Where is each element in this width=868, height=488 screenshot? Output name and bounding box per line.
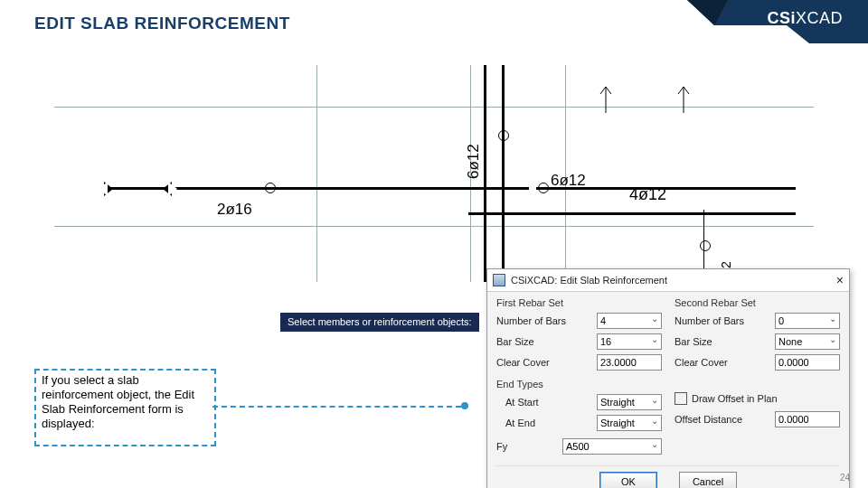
callout-connector xyxy=(212,406,461,408)
callout-box: If you select a slab reinforcement objec… xyxy=(34,369,216,446)
label-barsize-2: Bar Size xyxy=(675,336,775,347)
input-nbars-2[interactable] xyxy=(775,313,840,329)
select-barsize-1[interactable] xyxy=(597,333,662,350)
select-atend[interactable] xyxy=(597,415,662,431)
dialog-titlebar: CSiXCAD: Edit Slab Reinforcement × xyxy=(487,269,849,292)
select-atstart[interactable] xyxy=(597,394,662,410)
drawing-label-3: 6ø12 xyxy=(551,172,586,190)
drawing-label-4: 4ø12 xyxy=(629,185,666,204)
input-offset-distance[interactable] xyxy=(775,411,840,427)
drawing-label-1: 2ø16 xyxy=(217,201,252,219)
label-draw-offset: Draw Offset in Plan xyxy=(692,393,778,404)
label-clearcover-1: Clear Cover xyxy=(496,357,597,368)
label-fy: Fy xyxy=(496,441,562,452)
app-icon xyxy=(493,274,505,286)
drawing-label-2: 6ø12 xyxy=(465,144,483,179)
input-nbars-1[interactable] xyxy=(597,313,662,329)
group-second-rebar: Second Rebar Set xyxy=(675,297,840,308)
select-barsize-2[interactable] xyxy=(775,333,840,350)
ok-button[interactable]: OK xyxy=(599,472,657,488)
command-prompt: Select members or reinforcement objects: xyxy=(280,313,479,332)
select-fy[interactable] xyxy=(562,438,662,455)
checkbox-draw-offset[interactable] xyxy=(675,392,687,405)
label-nbars-1: Number of Bars xyxy=(496,315,597,326)
drawing-label-5: 2 xyxy=(719,261,733,268)
label-clearcover-2: Clear Cover xyxy=(675,357,775,368)
dialog-title: CSiXCAD: Edit Slab Reinforcement xyxy=(511,275,667,286)
label-atend: At End xyxy=(496,418,597,428)
cancel-button[interactable]: Cancel xyxy=(679,472,737,488)
edit-slab-reinforcement-dialog: CSiXCAD: Edit Slab Reinforcement × First… xyxy=(486,268,850,488)
plan-drawing: 2ø16 6ø12 6ø12 4ø12 2 xyxy=(54,65,814,282)
input-clearcover-1[interactable] xyxy=(597,354,662,371)
brand-logo: CSiXCAD xyxy=(767,9,843,28)
page-title: EDIT SLAB REINFORCEMENT xyxy=(34,14,290,33)
group-first-rebar: First Rebar Set xyxy=(496,297,662,308)
callout-endpoint xyxy=(461,402,468,409)
label-barsize-1: Bar Size xyxy=(496,336,597,347)
group-endtypes: End Types xyxy=(496,379,662,389)
label-offset-distance: Offset Distance xyxy=(675,414,775,425)
close-icon[interactable]: × xyxy=(836,275,844,286)
label-atstart: At Start xyxy=(496,397,597,408)
input-clearcover-2[interactable] xyxy=(775,354,840,371)
label-nbars-2: Number of Bars xyxy=(675,315,775,326)
page-number: 24 xyxy=(840,473,850,483)
